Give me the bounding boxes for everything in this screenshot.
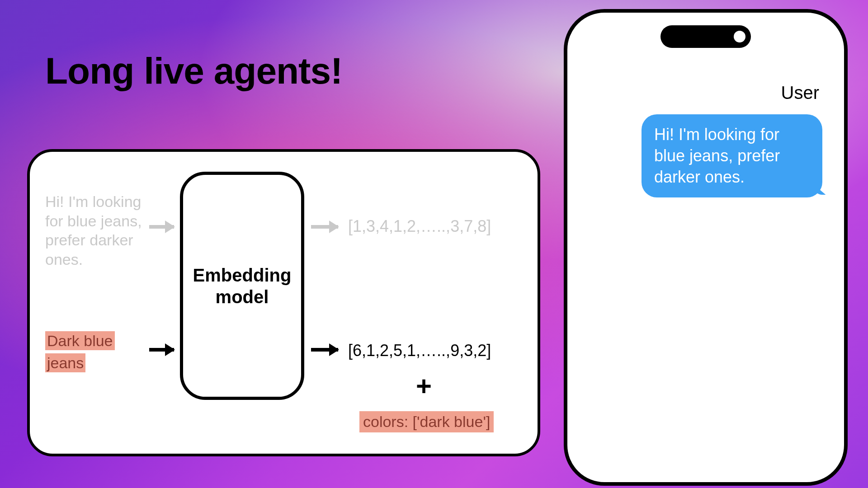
page-title: Long live agents!	[45, 50, 342, 92]
phone-mockup: User Hi! I'm looking for blue jeans, pre…	[564, 9, 848, 486]
colors-filter-label: colors: ['dark blue']	[359, 411, 494, 432]
plus-icon: +	[416, 371, 432, 402]
arrow-right-icon	[311, 348, 338, 352]
input-highlight-line2: jeans	[45, 353, 85, 372]
output-vector-faded: [1,3,4,1,2,…..,3,7,8]	[348, 217, 491, 236]
output-vector-dark: [6,1,2,5,1,…..,9,3,2]	[348, 341, 491, 360]
input-text-faded: Hi! I'm looking for blue jeans, prefer d…	[45, 192, 160, 269]
arrow-right-icon	[149, 225, 174, 229]
embedding-model-label: Embedding model	[183, 264, 301, 308]
arrow-right-icon	[311, 225, 338, 229]
input-highlight-line1: Dark blue	[45, 331, 115, 350]
arrow-right-icon	[149, 348, 174, 352]
phone-notch	[660, 25, 751, 48]
chat-bubble-user: Hi! I'm looking for blue jeans, prefer d…	[642, 114, 822, 197]
input-text-highlighted: Dark blue jeans	[45, 330, 145, 375]
user-label: User	[781, 83, 819, 103]
embedding-model-box: Embedding model	[180, 172, 304, 400]
